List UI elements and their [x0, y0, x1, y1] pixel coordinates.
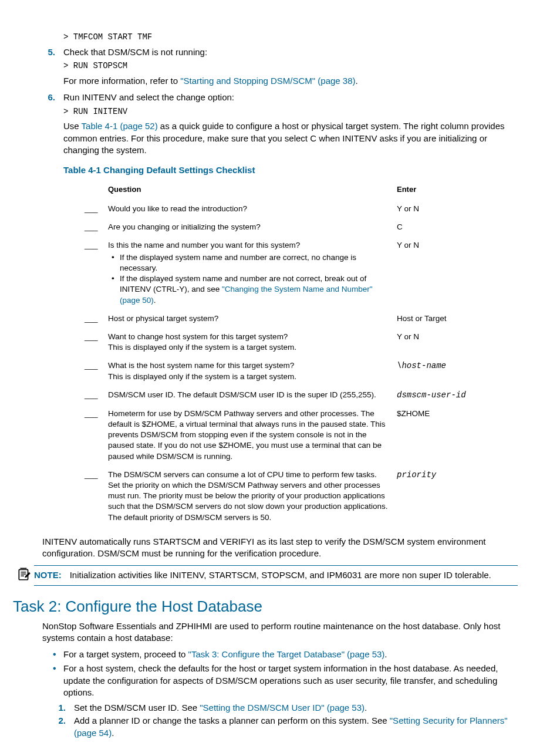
step-info: Use Table 4-1 (page 52) as a quick guide…: [63, 120, 518, 156]
paragraph: NonStop Software Essentials and ZPHIHMI …: [42, 620, 518, 644]
note-text: Initialization activities like INITENV, …: [70, 570, 491, 580]
step-number: 1.: [53, 702, 66, 714]
note-block: NOTE:Initialization activities like INIT…: [16, 565, 518, 585]
table-row: ___ Is this the name and number you want…: [81, 237, 535, 310]
step-number: 6.: [42, 92, 55, 528]
table-row: ___ Want to change host system for this …: [81, 329, 535, 357]
table-row: ___ What is the host system name for thi…: [81, 357, 535, 386]
substep-2: 2. Add a planner ID or change the tasks …: [53, 715, 518, 739]
step-number: 2.: [53, 715, 66, 739]
table-title: Table 4-1 Changing Default Settings Chec…: [63, 164, 518, 176]
table-row: ___ DSM/SCM user ID. The default DSM/SCM…: [81, 387, 535, 406]
table-row: ___ Would you like to read the introduct…: [81, 201, 535, 219]
svg-rect-0: [19, 570, 28, 580]
step-text: Check that DSM/SCM is not running:: [63, 46, 518, 58]
table-row: ___ The DSM/SCM servers can consume a lo…: [81, 467, 535, 528]
step-6: 6. Run INITENV and select the change opt…: [42, 92, 518, 528]
table-row: ___ Are you changing or initializing the…: [81, 219, 535, 237]
link-setting-user-id[interactable]: "Setting the DSM/SCM User ID" (page 53): [200, 703, 365, 713]
code-line: > TMFCOM START TMF: [63, 32, 518, 43]
paragraph: INITENV automatically runs STARTSCM and …: [42, 536, 518, 560]
table-row: ___ Hometerm for use by DSM/SCM Pathway …: [81, 406, 535, 467]
substep-1: 1. Set the DSM/SCM user ID. See "Setting…: [53, 702, 518, 714]
note-icon: [16, 565, 34, 585]
checklist-table: Question Enter ___ Would you like to rea…: [81, 182, 535, 527]
col-enter: Enter: [393, 182, 535, 201]
step-5: 5. Check that DSM/SCM is not running: > …: [42, 46, 518, 87]
step-number: 5.: [42, 46, 55, 87]
list-item: •For a host system, check the defaults f…: [53, 663, 518, 698]
step-text: Run INITENV and select the change option…: [63, 92, 518, 103]
link-start-stop-dsm[interactable]: "Starting and Stopping DSM/SCM" (page 38…: [180, 76, 355, 86]
note-label: NOTE:: [34, 570, 62, 580]
step-info: For more information, refer to "Starting…: [63, 75, 518, 87]
task-2-heading: Task 2: Configure the Host Database: [13, 596, 518, 617]
list-item: •For a target system, proceed to "Task 3…: [53, 649, 518, 660]
link-task-3[interactable]: "Task 3: Configure the Target Database" …: [188, 649, 385, 659]
col-question: Question: [104, 182, 393, 201]
code-line: > RUN INITENV: [63, 106, 518, 117]
table-row: ___ Host or physical target system? Host…: [81, 310, 535, 329]
link-table-4-1[interactable]: Table 4-1 (page 52): [82, 121, 158, 131]
code-line: > RUN STOPSCM: [63, 60, 518, 72]
